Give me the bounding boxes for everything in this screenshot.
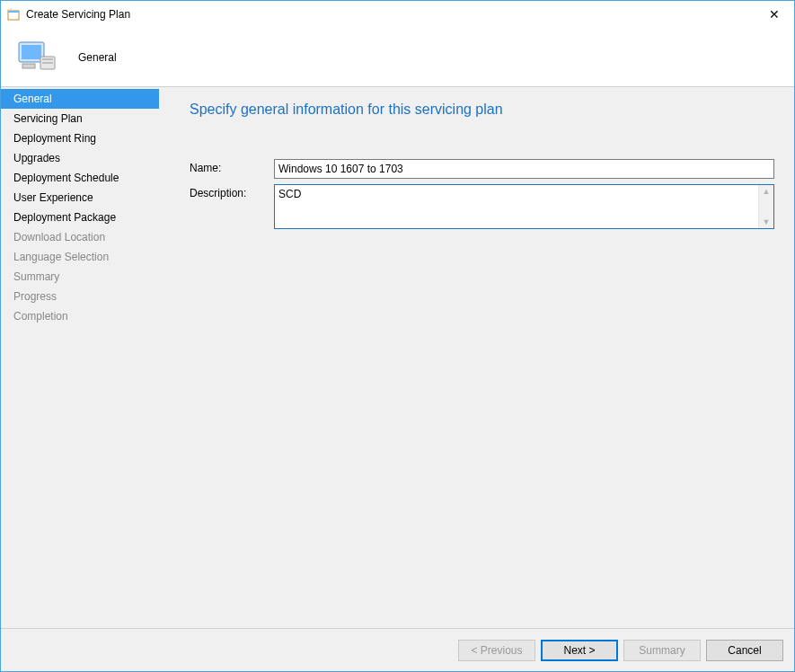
previous-button: < Previous [458,640,535,661]
row-description: Description: ▲ ▼ [190,184,774,229]
wizard-sidebar: General Servicing Plan Deployment Ring U… [1,87,159,628]
svg-rect-6 [42,62,53,64]
sidebar-item-label: Language Selection [13,251,109,263]
sidebar-item-language-selection: Language Selection [1,247,159,267]
description-label: Description: [190,184,274,199]
computer-icon [13,39,58,76]
name-input[interactable] [274,159,774,179]
row-name: Name: [190,159,774,179]
close-icon: ✕ [769,7,780,22]
description-field: ▲ ▼ [274,184,774,229]
wizard-window: Create Servicing Plan ✕ General General … [0,0,795,672]
sidebar-item-upgrades[interactable]: Upgrades [1,148,159,168]
wizard-header: General [1,28,794,87]
cancel-button[interactable]: Cancel [706,640,783,661]
wizard-footer: < Previous Next > Summary Cancel [1,628,794,671]
sidebar-item-completion: Completion [1,306,159,326]
svg-rect-3 [22,45,41,59]
svg-rect-7 [22,64,35,68]
sidebar-item-summary: Summary [1,267,159,287]
sidebar-item-deployment-ring[interactable]: Deployment Ring [1,128,159,148]
sidebar-item-deployment-schedule[interactable]: Deployment Schedule [1,168,159,188]
sidebar-item-general[interactable]: General [1,89,159,109]
sidebar-item-progress: Progress [1,287,159,306]
name-label: Name: [190,159,274,174]
close-button[interactable]: ✕ [754,2,794,28]
sidebar-item-label: Deployment Schedule [13,172,119,184]
page-heading: Specify general information for this ser… [190,102,774,118]
wizard-main: Specify general information for this ser… [159,87,794,628]
summary-button: Summary [623,640,701,661]
sidebar-item-label: User Experience [13,191,93,204]
scroll-down-icon: ▼ [763,217,771,226]
scroll-up-icon: ▲ [763,187,771,196]
sidebar-item-label: Upgrades [13,152,60,164]
description-input[interactable] [275,185,758,228]
wizard-icon [6,7,21,22]
description-scrollbar[interactable]: ▲ ▼ [758,185,773,228]
sidebar-item-label: Servicing Plan [13,112,83,125]
sidebar-item-deployment-package[interactable]: Deployment Package [1,208,159,227]
next-button[interactable]: Next > [541,640,618,661]
window-title: Create Servicing Plan [26,8,130,21]
sidebar-item-servicing-plan[interactable]: Servicing Plan [1,109,159,128]
titlebar: Create Servicing Plan ✕ [1,1,794,28]
wizard-body: General Servicing Plan Deployment Ring U… [1,87,794,628]
sidebar-item-label: Deployment Ring [13,132,96,145]
sidebar-item-label: Deployment Package [13,211,116,224]
sidebar-item-label: Completion [13,310,68,323]
sidebar-item-label: Download Location [13,231,105,243]
sidebar-item-label: Progress [13,290,57,303]
svg-rect-5 [42,58,53,60]
sidebar-item-download-location: Download Location [1,227,159,247]
svg-rect-1 [8,11,19,13]
sidebar-item-user-experience[interactable]: User Experience [1,188,159,208]
sidebar-item-label: Summary [13,270,59,283]
header-step-title: General [78,51,117,64]
sidebar-item-label: General [13,93,52,105]
